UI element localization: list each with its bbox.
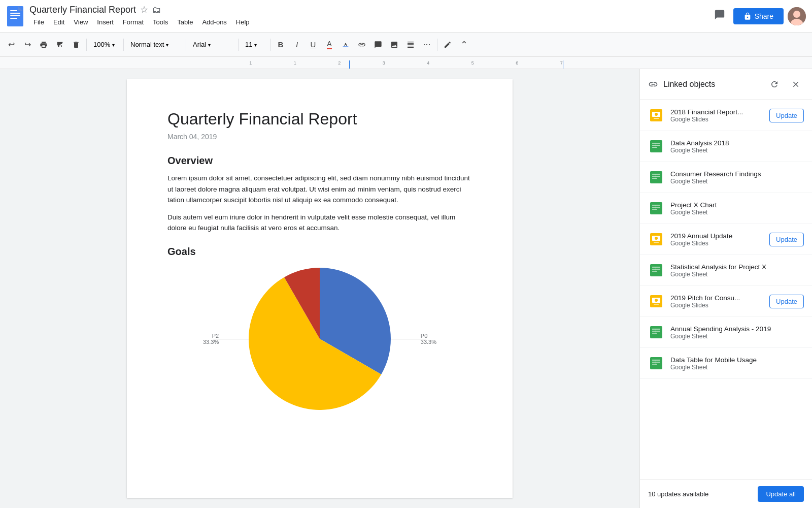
linked-item-5[interactable]: Statistical Analysis for Project XGoogle…: [640, 255, 812, 286]
svg-rect-38: [654, 242, 659, 243]
star-icon[interactable]: ☆: [140, 4, 148, 15]
menu-edit[interactable]: Edit: [49, 16, 69, 28]
updates-available-text: 10 updates available: [648, 490, 708, 498]
linked-item-7[interactable]: Annual Spending Analysis - 2019Google Sh…: [640, 317, 812, 348]
linked-item-3[interactable]: Project X ChartGoogle Sheet: [640, 193, 812, 224]
style-value: Normal text: [130, 41, 164, 48]
menu-tools[interactable]: Tools: [149, 16, 172, 28]
menu-table[interactable]: Table: [173, 16, 197, 28]
panel-title: Linked objects: [663, 80, 761, 89]
doc-title-area: Quarterly Financial Report ☆ 🗂 File Edit…: [29, 4, 705, 28]
menu-view[interactable]: View: [70, 16, 92, 28]
svg-rect-16: [652, 143, 660, 144]
zoom-select[interactable]: 100%: [90, 38, 120, 52]
menu-insert[interactable]: Insert: [93, 16, 118, 28]
top-bar: Quarterly Financial Report ☆ 🗂 File Edit…: [0, 0, 812, 33]
linked-item-0[interactable]: 2018 Financial Report...Google SlidesUpd…: [640, 100, 812, 131]
update-button-6[interactable]: Update: [769, 295, 804, 308]
item-name-5: Statistical Analysis for Project X: [670, 263, 804, 271]
svg-rect-18: [652, 147, 657, 148]
bold-button[interactable]: B: [274, 38, 288, 52]
item-info-2: Consumer Research FindingsGoogle Sheet: [670, 170, 804, 185]
item-type-4: Google Slides: [670, 240, 763, 247]
toolbar-divider-4: [238, 39, 239, 51]
item-type-1: Google Sheet: [670, 147, 804, 154]
svg-rect-58: [650, 357, 662, 369]
menu-addons[interactable]: Add-ons: [198, 16, 230, 28]
chat-icon-button[interactable]: [710, 7, 729, 25]
svg-rect-59: [652, 360, 660, 361]
user-avatar[interactable]: [788, 7, 806, 25]
underline-button[interactable]: U: [306, 38, 320, 52]
comment-button[interactable]: [371, 38, 385, 52]
style-chevron: [166, 41, 168, 48]
font-select[interactable]: Arial: [189, 38, 235, 52]
text-color-button[interactable]: A: [322, 38, 336, 52]
size-select[interactable]: 11: [242, 38, 267, 52]
paragraph-1: Lorem ipsum dolor sit amet, consectetuer…: [167, 173, 472, 206]
item-info-7: Annual Spending Analysis - 2019Google Sh…: [670, 325, 804, 340]
svg-rect-24: [652, 176, 660, 177]
share-button[interactable]: Share: [733, 8, 784, 24]
chart-label-p0: P0 33.3%: [421, 333, 436, 345]
svg-rect-40: [650, 264, 662, 276]
refresh-button[interactable]: [766, 76, 783, 92]
close-panel-button[interactable]: [788, 76, 804, 92]
linked-item-4[interactable]: 2019 Annual UpdateGoogle SlidesUpdate: [640, 224, 812, 255]
panel-header: Linked objects: [640, 69, 812, 100]
svg-rect-29: [650, 202, 662, 214]
item-name-8: Data Table for Mobile Usage: [670, 356, 804, 364]
update-all-button[interactable]: Update all: [758, 486, 804, 502]
slides-icon: [648, 107, 664, 123]
menu-help[interactable]: Help: [232, 16, 254, 28]
undo-button[interactable]: ↩: [4, 38, 18, 52]
italic-button[interactable]: I: [290, 38, 304, 52]
update-button-4[interactable]: Update: [769, 233, 804, 246]
more-button[interactable]: ···: [420, 38, 434, 52]
size-value: 11: [245, 41, 252, 48]
item-info-0: 2018 Financial Report...Google Slides: [670, 108, 763, 123]
main-container: Quarterly Financial Report March 04, 201…: [0, 69, 812, 508]
align-button[interactable]: [403, 38, 418, 52]
item-info-3: Project X ChartGoogle Sheet: [670, 201, 804, 216]
linked-item-1[interactable]: Data Analysis 2018Google Sheet: [640, 131, 812, 162]
sheets-icon: [648, 262, 664, 278]
linked-item-8[interactable]: Data Table for Mobile UsageGoogle Sheet: [640, 348, 812, 379]
slides-icon: [648, 231, 664, 247]
pencil-mode-button[interactable]: [441, 38, 455, 52]
menu-file[interactable]: File: [29, 16, 48, 28]
zoom-value: 100%: [93, 41, 110, 48]
svg-rect-23: [652, 174, 660, 175]
sheets-icon: [648, 138, 664, 154]
update-button-0[interactable]: Update: [769, 109, 804, 122]
linked-item-6[interactable]: 2019 Pitch for Consu...Google SlidesUpda…: [640, 286, 812, 317]
svg-rect-43: [652, 271, 657, 272]
collapse-button[interactable]: ⌃: [457, 38, 471, 52]
item-name-4: 2019 Annual Update: [670, 232, 763, 240]
style-select[interactable]: Normal text: [127, 38, 183, 52]
linked-item-2[interactable]: Consumer Research FindingsGoogle Sheet: [640, 162, 812, 193]
item-info-5: Statistical Analysis for Project XGoogle…: [670, 263, 804, 278]
pie-chart-area: P2 33.3% P0 33.3%: [167, 268, 472, 410]
svg-rect-1: [10, 10, 17, 11]
folder-icon[interactable]: 🗂: [152, 5, 161, 15]
share-label: Share: [755, 12, 773, 20]
toolbar-divider-6: [437, 39, 437, 51]
document-date: March 04, 2019: [167, 133, 472, 141]
paint-format-button[interactable]: [53, 38, 67, 52]
svg-rect-25: [652, 178, 657, 179]
highlight-button[interactable]: [339, 38, 353, 52]
print-button[interactable]: [37, 38, 51, 52]
pie-chart-svg: [249, 268, 391, 410]
clear-format-button[interactable]: [69, 38, 83, 52]
item-name-6: 2019 Pitch for Consu...: [670, 294, 763, 302]
toolbar-divider-2: [123, 39, 124, 51]
redo-button[interactable]: ↪: [20, 38, 35, 52]
svg-rect-60: [652, 362, 660, 363]
link-button[interactable]: [355, 38, 369, 52]
menu-format[interactable]: Format: [119, 16, 148, 28]
insert-image-button[interactable]: [387, 38, 401, 52]
link-icon: [648, 79, 658, 89]
svg-rect-53: [652, 331, 660, 332]
ruler: 11234567: [0, 57, 812, 69]
